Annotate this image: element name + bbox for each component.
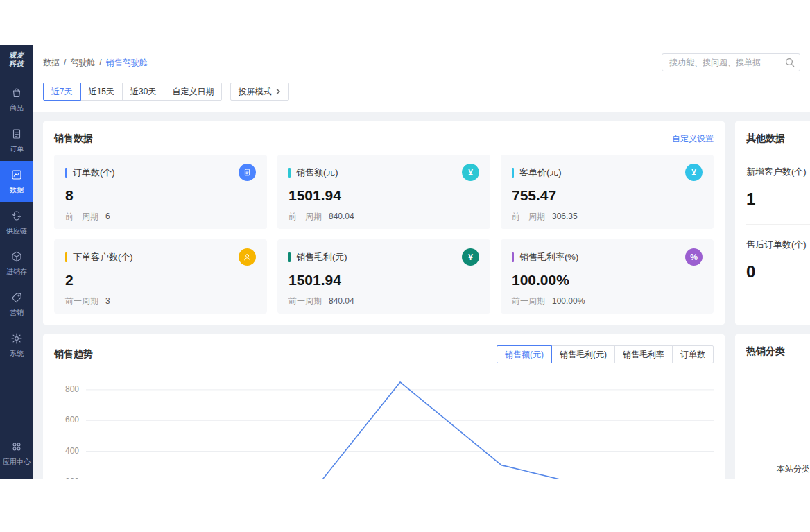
sidebar-item-label: 营销 [10, 308, 24, 318]
trend-metric-tabs: 销售额(元) 销售毛利(元) 销售毛利率 订单数 [497, 345, 714, 363]
prev-period-label: 前一周期 [288, 296, 322, 306]
tab-gross-profit[interactable]: 销售毛利(元) [551, 345, 615, 363]
trend-chart: 200400600800 [54, 373, 714, 479]
search-icon[interactable] [784, 57, 795, 68]
custom-settings-link[interactable]: 自定义设置 [672, 133, 714, 145]
card-value: 755.47 [512, 187, 703, 204]
sidebar-item-orders[interactable]: 订单 [0, 120, 33, 161]
breadcrumb-current: 销售驾驶舱 [106, 57, 148, 69]
tab-order-count[interactable]: 订单数 [672, 345, 714, 363]
prev-period-value: 6 [105, 212, 110, 221]
prev-period-value: 100.00% [552, 296, 585, 306]
cast-mode-button[interactable]: 投屏模式 [230, 83, 289, 101]
sidebar-item-label: 数据 [10, 185, 24, 195]
card-title: 客单价(元) [519, 166, 562, 179]
card-value: 1501.94 [288, 187, 479, 204]
prev-period-value: 306.35 [552, 212, 578, 221]
panel-title: 销售数据 [54, 132, 93, 145]
card-value: 2 [65, 272, 256, 289]
card-title: 销售毛利率(%) [519, 251, 578, 264]
other-stat-new-customers: 新增客户数(个) 1 [746, 166, 810, 225]
chevron-right-icon [275, 88, 282, 95]
sidebar-item-supply-chain[interactable]: 供应链 [0, 202, 33, 243]
brand-logo: 观麦 科技 [9, 45, 24, 75]
y-axis-tick-label: 200 [54, 477, 79, 479]
app-window: 观麦 科技 商品 订单 数据 供应链 进销存 [0, 45, 810, 479]
prev-period-label: 前一周期 [512, 296, 545, 306]
other-stat-aftersale-orders: 售后订单数(个) 0 [746, 239, 810, 282]
stat-card-ordering-customers: 下单客户数(个) 2 前一周期3 [54, 239, 267, 314]
prev-period-label: 前一周期 [288, 212, 322, 221]
inventory-icon [10, 250, 23, 264]
sidebar-item-label: 订单 [10, 144, 24, 154]
sidebar-item-label: 供应链 [6, 226, 27, 236]
stat-label: 售后订单数(个) [746, 239, 810, 251]
topbar: 数据 / 驾驶舱 / 销售驾驶舱 [33, 45, 810, 80]
sales-panel-header: 销售数据 自定义设置 [54, 132, 714, 145]
panel-title: 热销分类 [746, 345, 785, 358]
tab-last-7-days[interactable]: 近7天 [43, 83, 81, 101]
sidebar-item-system[interactable]: 系统 [0, 325, 33, 366]
card-accent-bar [512, 168, 514, 178]
stat-card-gross-profit: 销售毛利(元) ¥ 1501.94 前一周期840.04 [277, 239, 490, 314]
filter-bar: 近7天 近15天 近30天 自定义日期 投屏模式 [33, 80, 810, 112]
prev-period-label: 前一周期 [65, 212, 98, 221]
breadcrumb-separator: / [99, 58, 101, 67]
left-column: 销售数据 自定义设置 订单数(个) 8 [43, 121, 725, 479]
order-icon [10, 128, 23, 141]
stat-label: 新增客户数(个) [746, 166, 810, 178]
sidebar-item-label: 系统 [10, 349, 24, 359]
stat-value: 0 [746, 262, 810, 282]
card-title: 销售额(元) [296, 166, 338, 179]
percent-icon: % [685, 248, 703, 266]
sidebar-item-app-center[interactable]: 应用中心 [0, 431, 33, 476]
breadcrumb-cockpit[interactable]: 驾驶舱 [70, 57, 95, 69]
hot-categories-footer-label: 本站分类汇总 [777, 463, 810, 475]
card-accent-bar [65, 168, 67, 178]
card-accent-bar [512, 252, 514, 262]
main-area: 数据 / 驾驶舱 / 销售驾驶舱 近7天 近15天 近30天 自定义日期 [33, 45, 810, 479]
sidebar-item-inventory[interactable]: 进销存 [0, 243, 33, 284]
trend-chart-svg [86, 373, 714, 479]
sidebar-item-goods[interactable]: 商品 [0, 79, 33, 120]
tab-last-30-days[interactable]: 近30天 [122, 83, 164, 101]
bag-icon [10, 87, 23, 101]
tab-gross-margin[interactable]: 销售毛利率 [614, 345, 673, 363]
panel-title: 其他数据 [746, 132, 785, 145]
sidebar-nav: 商品 订单 数据 供应链 进销存 营销 [0, 79, 33, 366]
prev-period-value: 3 [105, 296, 110, 306]
sidebar-item-data[interactable]: 数据 [0, 161, 33, 202]
tab-last-15-days[interactable]: 近15天 [80, 83, 123, 101]
apps-icon [10, 440, 23, 454]
card-accent-bar [65, 252, 67, 262]
sidebar-item-label: 商品 [10, 103, 24, 113]
breadcrumb: 数据 / 驾驶舱 / 销售驾驶舱 [43, 57, 148, 69]
hot-categories-panel: 热销分类 本站分类汇总 [735, 334, 810, 479]
person-icon [239, 248, 256, 266]
other-data-panel: 其他数据 新增客户数(个) 1 售后订单数(个) 0 [735, 121, 810, 325]
tab-custom-date[interactable]: 自定义日期 [164, 83, 222, 101]
stat-cards: 订单数(个) 8 前一周期6 销售额(元) [54, 155, 714, 314]
supply-chain-icon [10, 209, 23, 223]
breadcrumb-data[interactable]: 数据 [43, 57, 60, 69]
profit-yen-icon: ¥ [462, 248, 479, 266]
stat-card-sales-amount: 销售额(元) ¥ 1501.94 前一周期840.04 [277, 155, 490, 229]
cast-mode-label: 投屏模式 [238, 87, 271, 96]
yen-icon: ¥ [462, 164, 479, 181]
card-accent-bar [288, 252, 291, 262]
card-title: 下单客户数(个) [73, 251, 133, 264]
stat-card-gross-margin: 销售毛利率(%) % 100.00% 前一周期100.00% [501, 239, 714, 314]
coin-yen-icon: ¥ [685, 164, 703, 181]
stat-card-avg-order-value: 客单价(元) ¥ 755.47 前一周期306.35 [501, 155, 714, 229]
right-column: 其他数据 新增客户数(个) 1 售后订单数(个) 0 热销分类 [735, 121, 810, 479]
date-range-tabs: 近7天 近15天 近30天 自定义日期 [43, 83, 222, 101]
tab-sales-amount[interactable]: 销售额(元) [497, 345, 552, 363]
search-input[interactable] [662, 53, 800, 71]
gear-icon [10, 332, 23, 346]
sidebar-item-marketing[interactable]: 营销 [0, 284, 33, 325]
sales-data-panel: 销售数据 自定义设置 订单数(个) 8 [43, 121, 725, 325]
stat-value: 1 [746, 189, 810, 209]
card-title: 订单数(个) [73, 166, 115, 179]
card-accent-bar [288, 168, 291, 178]
card-value: 8 [65, 187, 256, 204]
